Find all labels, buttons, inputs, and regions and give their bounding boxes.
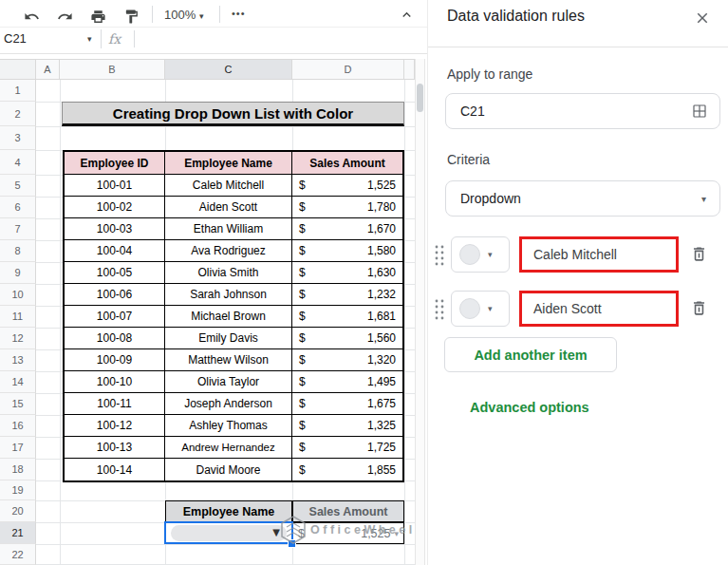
advanced-options-link[interactable]: Advanced options xyxy=(470,400,589,415)
row-header-13[interactable]: 13 xyxy=(0,349,36,371)
row-header-4[interactable]: 4 xyxy=(0,150,36,175)
column-header-a[interactable]: A xyxy=(36,59,60,80)
column-header-c[interactable]: C xyxy=(165,59,292,80)
cell-id[interactable]: 100-06 xyxy=(65,284,165,305)
cell-id[interactable]: 100-10 xyxy=(65,371,165,392)
cell-id[interactable]: 100-03 xyxy=(65,218,165,239)
cell-amount[interactable]: $1,325 xyxy=(292,415,402,436)
cell-name[interactable]: Sarah Johnson xyxy=(165,284,292,305)
item-color-picker[interactable]: ▾ xyxy=(451,291,510,327)
row-header-22[interactable]: 22 xyxy=(0,544,36,565)
name-box-caret-icon[interactable]: ▾ xyxy=(87,34,92,44)
header-employee-name[interactable]: Employee Name xyxy=(165,152,292,174)
in-cell-dropdown-chip[interactable]: ▼ xyxy=(171,525,287,541)
row-header-1[interactable]: 1 xyxy=(0,80,36,102)
cell-id[interactable]: 100-13 xyxy=(65,437,165,458)
cell-amount[interactable]: $1,630 xyxy=(292,262,402,283)
cell-amount[interactable]: $1,725 xyxy=(292,437,402,458)
row-header-14[interactable]: 14 xyxy=(0,371,36,393)
row-header-6[interactable]: 6 xyxy=(0,197,36,218)
watermark: OfficeWheel xyxy=(281,514,452,546)
cell-name[interactable]: Ava Rodriguez xyxy=(165,240,292,261)
cell-id[interactable]: 100-09 xyxy=(65,349,165,370)
cell-id[interactable]: 100-12 xyxy=(65,415,165,436)
cell-id[interactable]: 100-05 xyxy=(65,262,165,283)
mini-header-employee-name[interactable]: Employee Name xyxy=(165,500,292,522)
sheet-scrollbar-thumb[interactable] xyxy=(417,84,423,112)
column-header-d[interactable]: D xyxy=(292,59,404,80)
cell-id[interactable]: 100-08 xyxy=(65,328,165,348)
name-box[interactable]: C21 xyxy=(4,31,27,46)
cell-name[interactable]: Andrew Hernandez xyxy=(165,437,292,458)
row-header-2[interactable]: 2 xyxy=(0,102,36,126)
cell-amount[interactable]: $1,670 xyxy=(292,218,402,239)
criteria-select[interactable]: Dropdown ▾ xyxy=(445,180,720,217)
row-header-18[interactable]: 18 xyxy=(0,459,36,480)
header-employee-id[interactable]: Employee ID xyxy=(65,152,165,174)
cell-name[interactable]: Ashley Thomas xyxy=(165,415,292,436)
cell-name[interactable]: Matthew Wilson xyxy=(165,349,292,370)
row-header-19[interactable]: 19 xyxy=(0,480,36,500)
cell-name[interactable]: David Moore xyxy=(165,459,292,480)
cell-name[interactable]: Olivia Taylor xyxy=(165,371,292,392)
print-icon[interactable] xyxy=(88,7,107,26)
cell-amount[interactable]: $1,495 xyxy=(292,371,402,392)
row-header-3[interactable]: 3 xyxy=(0,126,36,150)
more-icon[interactable]: ••• xyxy=(232,8,246,19)
sheet-scrollbar-track[interactable] xyxy=(415,59,425,565)
cell-id[interactable]: 100-02 xyxy=(65,197,165,217)
row-header-7[interactable]: 7 xyxy=(0,218,36,240)
row-header-8[interactable]: 8 xyxy=(0,240,36,262)
item-value-input[interactable]: Caleb Mitchell xyxy=(519,236,679,273)
row-header-5[interactable]: 5 xyxy=(0,175,36,197)
cell-amount[interactable]: $1,580 xyxy=(292,240,402,261)
cell-name[interactable]: Joseph Anderson xyxy=(165,393,292,414)
row-header-10[interactable]: 10 xyxy=(0,284,36,306)
row-header-16[interactable]: 16 xyxy=(0,415,36,437)
row-header-9[interactable]: 9 xyxy=(0,262,36,284)
select-all-corner[interactable] xyxy=(0,59,36,80)
header-sales-amount[interactable]: Sales Amount xyxy=(292,152,402,174)
cell-amount[interactable]: $1,855 xyxy=(292,459,402,480)
column-header-b[interactable]: B xyxy=(60,59,165,80)
close-icon[interactable] xyxy=(694,9,711,27)
cell-amount[interactable]: $1,320 xyxy=(292,349,402,370)
item-value-input[interactable]: Aiden Scott xyxy=(519,291,679,327)
drag-handle-icon[interactable] xyxy=(434,298,445,321)
cell-id[interactable]: 100-11 xyxy=(65,393,165,414)
cell-name[interactable]: Michael Brown xyxy=(165,306,292,327)
cell-name[interactable]: Olivia Smith xyxy=(165,262,292,283)
cell-name[interactable]: Aiden Scott xyxy=(165,197,292,217)
row-header-21[interactable]: 21 xyxy=(0,522,36,544)
cell-amount[interactable]: $1,681 xyxy=(292,306,402,327)
paint-format-icon[interactable] xyxy=(121,7,140,26)
drag-handle-icon[interactable] xyxy=(434,244,445,267)
cell-amount[interactable]: $1,560 xyxy=(292,328,402,348)
select-range-grid-icon[interactable] xyxy=(691,103,719,120)
cell-amount[interactable]: $1,675 xyxy=(292,393,402,414)
redo-icon[interactable] xyxy=(55,7,74,26)
cell-id[interactable]: 100-04 xyxy=(65,240,165,261)
delete-item-icon[interactable] xyxy=(690,245,709,264)
cell-name[interactable]: Ethan William xyxy=(165,218,292,239)
cell-amount[interactable]: $1,232 xyxy=(292,284,402,305)
zoom-level-select[interactable]: 100% ▾ xyxy=(164,8,203,22)
cell-amount[interactable]: $1,525 xyxy=(292,175,402,196)
cell-id[interactable]: 100-14 xyxy=(65,459,165,480)
range-input[interactable]: C21 xyxy=(445,93,720,129)
row-header-20[interactable]: 20 xyxy=(0,500,36,522)
cell-name[interactable]: Emily Davis xyxy=(165,328,292,348)
undo-icon[interactable] xyxy=(22,7,41,26)
row-header-15[interactable]: 15 xyxy=(0,393,36,415)
cell-amount[interactable]: $1,780 xyxy=(292,197,402,217)
item-color-picker[interactable]: ▾ xyxy=(451,236,510,273)
row-header-17[interactable]: 17 xyxy=(0,437,36,459)
row-header-12[interactable]: 12 xyxy=(0,328,36,349)
add-another-item-button[interactable]: Add another item xyxy=(444,337,617,372)
delete-item-icon[interactable] xyxy=(690,299,709,318)
cell-id[interactable]: 100-01 xyxy=(65,175,165,196)
row-header-11[interactable]: 11 xyxy=(0,306,36,328)
collapse-toolbar-icon[interactable] xyxy=(397,5,416,24)
cell-name[interactable]: Caleb Mitchell xyxy=(165,175,292,196)
cell-id[interactable]: 100-07 xyxy=(65,306,165,327)
